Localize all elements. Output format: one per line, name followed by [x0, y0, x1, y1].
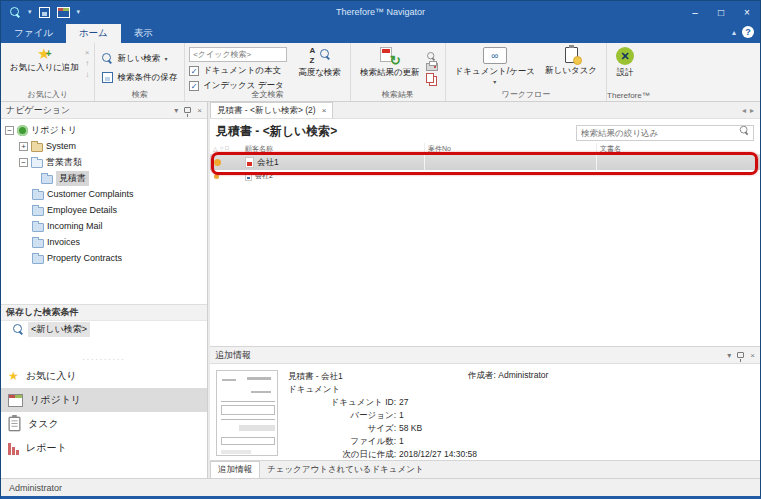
ribbon-tab-bar: ファイル ホーム 表示 ▴ ? — [1, 23, 760, 43]
collapse-expander-icon[interactable]: − — [19, 158, 28, 167]
tree-item-invoices[interactable]: Invoices — [1, 234, 207, 250]
tab-scroll-right-icon[interactable]: ▸ — [750, 106, 754, 115]
annotation-column-icon[interactable]: ○ — [220, 145, 224, 152]
tree-item-customer-complaints[interactable]: Customer Complaints — [1, 186, 207, 202]
advanced-search-button[interactable]: AZ 高度な検索 — [293, 46, 346, 80]
collapse-ribbon-icon[interactable]: ▴ — [732, 28, 736, 37]
edit-search-icon[interactable] — [426, 48, 440, 59]
pin-icon[interactable] — [737, 352, 744, 358]
tree-item-property-contracts[interactable]: Property Contracts — [1, 250, 207, 266]
tree-item-quotations[interactable]: 見積書 — [1, 170, 207, 186]
filetype-column-icon[interactable]: □ — [225, 145, 229, 152]
field-value: 1 — [399, 435, 404, 448]
filter-results-input[interactable] — [576, 125, 754, 141]
document-tab-bar: 見積書 - <新しい検索> (2) × ◂ ▸ — [210, 102, 760, 119]
quick-access-toolbar: ▾ ▾ — [1, 7, 80, 18]
nav-button-reports[interactable]: レポート — [1, 436, 207, 460]
results-title-row: 見積書 - <新しい検索> — [210, 119, 760, 143]
search-dropdown-caret-icon[interactable]: ▾ — [28, 8, 32, 16]
column-header-document-name[interactable]: 文書名 — [596, 143, 760, 154]
search-icon[interactable] — [10, 7, 21, 18]
folder-icon — [31, 143, 43, 152]
print-icon[interactable] — [426, 63, 438, 71]
nav-button-tasks[interactable]: タスク — [1, 412, 207, 436]
group-label-favorites: お気に入り — [1, 89, 94, 100]
design-button[interactable]: ✕ 設計 — [611, 46, 639, 80]
result-row-company1[interactable]: 会社1 — [210, 155, 760, 170]
expand-expander-icon[interactable]: + — [19, 142, 28, 151]
tab-home[interactable]: ホーム — [66, 24, 121, 43]
open-document-icon[interactable] — [57, 7, 70, 18]
document-thumbnail[interactable] — [216, 370, 278, 456]
customize-toolbar-caret-icon[interactable]: ▾ — [77, 8, 81, 16]
tree-item-sales-documents[interactable]: − 営業書類 — [1, 154, 207, 170]
tree-item-system[interactable]: + System — [1, 138, 207, 154]
nav-button-favorites[interactable]: ★ お気に入り — [1, 364, 207, 388]
move-up-icon[interactable]: ↑ — [85, 59, 90, 68]
new-search-button[interactable]: 新しい検索 ▾ — [99, 51, 180, 67]
tree-item-incoming-mail[interactable]: Incoming Mail — [1, 218, 207, 234]
field-value: 27 — [399, 396, 408, 409]
advanced-search-label: 高度な検索 — [298, 67, 341, 79]
collapse-expander-icon[interactable]: − — [5, 126, 14, 135]
bar-chart-icon — [8, 442, 19, 455]
tab-additional-info[interactable]: 追加情報 — [210, 461, 260, 478]
column-header-case-no[interactable]: 案件No — [424, 143, 596, 154]
repository-icon — [17, 125, 28, 136]
field-value: 2018/12/27 14:30:58 — [399, 448, 477, 461]
ribbon-group-search: 新しい検索 ▾ 検索条件の保存 検索 — [95, 43, 185, 101]
panel-menu-icon[interactable]: ▾ — [174, 106, 178, 115]
splitter-handle[interactable]: ·········· — [1, 356, 207, 364]
info-panel-body: 見積書 - 会社1 ドキュメント ドキュメント ID:27 バージョン:1 サイ… — [210, 364, 760, 460]
checkbox-document-body[interactable]: ✓ ドキュメントの本文 — [189, 65, 287, 77]
add-to-favorites-button[interactable]: ★ + お気に入りに追加 — [5, 46, 84, 75]
maximize-button[interactable]: □ — [708, 1, 734, 23]
filter-search-icon[interactable] — [740, 125, 749, 134]
result-row-company2[interactable]: 会社2 — [210, 170, 760, 182]
saved-searches-label: 保存した検索条件 — [6, 306, 78, 319]
pin-icon[interactable] — [184, 107, 191, 113]
info-panel-tabs: 追加情報 チェックアウトされているドキュメント — [210, 460, 760, 478]
panel-close-icon[interactable]: × — [197, 106, 202, 115]
tree-item-label-selected: 見積書 — [56, 171, 89, 186]
tab-scroll-left-icon[interactable]: ◂ — [742, 106, 746, 115]
group-label-search: 検索 — [95, 89, 184, 100]
help-icon[interactable]: ? — [742, 26, 754, 38]
copy-icon[interactable] — [426, 73, 434, 83]
refresh-document-icon: ↻ — [380, 47, 400, 65]
save-search-button[interactable]: 検索条件の保存 — [99, 70, 180, 86]
info-panel-title: 追加情報 — [215, 349, 251, 362]
saved-search-new[interactable]: <新しい検索> — [1, 321, 207, 338]
chevron-down-icon: ▾ — [493, 80, 496, 84]
column-header-customer-name[interactable]: 顧客名称 — [242, 143, 424, 154]
nav-button-repository[interactable]: リポジトリ — [1, 388, 207, 412]
close-button[interactable]: × — [734, 1, 760, 23]
tree-item-employee-details[interactable]: Employee Details — [1, 202, 207, 218]
window-controls: – □ × — [682, 1, 760, 23]
new-search-icon[interactable] — [39, 7, 50, 18]
tree-item-label: 営業書類 — [46, 156, 82, 169]
refresh-results-button[interactable]: ↻ 検索結果の更新 — [355, 46, 425, 80]
tab-view[interactable]: 表示 — [121, 24, 166, 43]
tree-item-label: Property Contracts — [47, 253, 122, 263]
tree-item-label: System — [46, 141, 76, 151]
flag-icon — [214, 174, 219, 179]
folder-icon — [32, 191, 44, 200]
saved-search-label: <新しい検索> — [28, 322, 90, 337]
ribbon-group-therefore: ✕ 設計 Therefore™ — [607, 43, 643, 101]
tree-item-repository[interactable]: − リポジトリ — [1, 122, 207, 138]
new-search-label: 新しい検索 — [117, 53, 160, 65]
quick-search-input[interactable] — [189, 47, 287, 62]
results-tab[interactable]: 見積書 - <新しい検索> (2) × — [210, 102, 333, 118]
tab-file[interactable]: ファイル — [1, 24, 66, 43]
tab-checked-out-documents[interactable]: チェックアウトされているドキュメント — [260, 461, 431, 478]
flag-column-icon[interactable]: △ — [213, 145, 218, 152]
panel-close-icon[interactable]: × — [750, 351, 755, 360]
move-down-icon[interactable]: ↓ — [85, 70, 90, 79]
document-case-button[interactable]: ∞ ドキュメント/ケース ▾ — [450, 46, 540, 85]
panel-menu-icon[interactable]: ▾ — [727, 351, 731, 360]
remove-favorite-icon[interactable]: × — [85, 48, 90, 57]
minimize-button[interactable]: – — [682, 1, 708, 23]
tab-close-icon[interactable]: × — [322, 106, 327, 115]
new-task-button[interactable]: 新しいタスク — [540, 46, 602, 78]
